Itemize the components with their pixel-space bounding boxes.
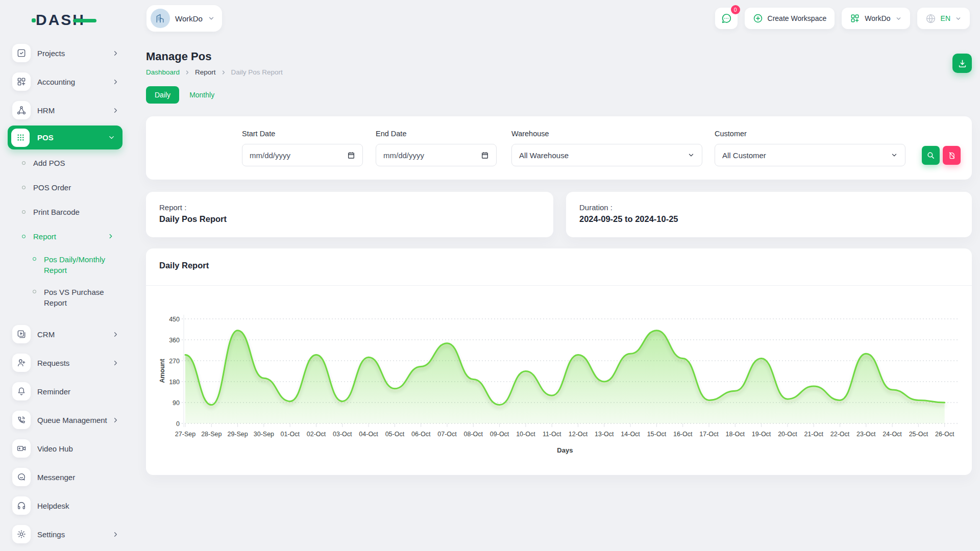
app-logo[interactable]: DASH xyxy=(36,11,102,30)
page-title: Manage Pos xyxy=(146,50,211,63)
chevron-down-icon xyxy=(108,134,115,141)
duration-value: 2024-09-25 to 2024-10-25 xyxy=(579,214,678,224)
chevron-right-icon xyxy=(220,69,227,76)
sidebar-item-pos[interactable]: POS xyxy=(8,126,122,149)
phone-call-icon xyxy=(12,411,31,429)
svg-text:270: 270 xyxy=(169,358,180,365)
sidebar-item-helpdesk[interactable]: Helpdesk xyxy=(0,491,133,520)
sidebar-item-print-barcode[interactable]: Print Barcode xyxy=(0,199,133,224)
reset-filter-button[interactable] xyxy=(943,146,961,165)
customer-select[interactable]: All Customer xyxy=(715,144,905,166)
sidebar-item-requests[interactable]: Requests xyxy=(0,348,133,377)
start-date-placeholder: mm/dd/yyyy xyxy=(250,151,290,160)
circle-icon xyxy=(33,290,36,293)
svg-text:12-Oct: 12-Oct xyxy=(569,431,588,438)
messages-button[interactable]: 0 xyxy=(715,8,738,29)
sidebar: Projects Accounting HRM POS Add POS POS … xyxy=(0,37,133,551)
start-date-input[interactable]: mm/dd/yyyy xyxy=(242,144,363,166)
breadcrumb-report[interactable]: Report xyxy=(195,68,216,76)
sidebar-item-accounting[interactable]: Accounting xyxy=(0,67,133,96)
bell-icon xyxy=(12,382,31,400)
breadcrumb-current: Daily Pos Report xyxy=(231,68,283,76)
chevron-down-icon xyxy=(955,15,962,22)
chevron-right-icon xyxy=(112,416,119,424)
file-off-icon xyxy=(948,152,956,160)
end-date-placeholder: mm/dd/yyyy xyxy=(383,151,424,160)
gear-icon xyxy=(12,525,31,543)
logo-accent-dot xyxy=(32,18,36,22)
circle-icon xyxy=(22,210,26,214)
svg-text:180: 180 xyxy=(169,379,180,386)
search-button[interactable] xyxy=(922,146,940,165)
sidebar-item-pos-daily-monthly-report[interactable]: Pos Daily/Monthly Report xyxy=(0,248,133,281)
user-plus-icon xyxy=(12,354,31,372)
breadcrumb-dashboard[interactable]: Dashboard xyxy=(146,68,180,76)
end-date-label: End Date xyxy=(376,130,406,138)
sidebar-item-pos-vs-purchase-report[interactable]: Pos VS Purchase Report xyxy=(0,281,133,314)
language-selector[interactable]: EN xyxy=(917,8,970,29)
circle-icon xyxy=(22,186,26,189)
svg-text:30-Sep: 30-Sep xyxy=(254,431,274,438)
svg-text:14-Oct: 14-Oct xyxy=(621,431,640,438)
svg-text:09-Oct: 09-Oct xyxy=(490,431,509,438)
svg-text:27-Sep: 27-Sep xyxy=(175,431,195,438)
language-label: EN xyxy=(941,14,950,22)
sidebar-item-report[interactable]: Report xyxy=(0,224,133,248)
svg-text:0: 0 xyxy=(176,420,180,428)
svg-text:24-Oct: 24-Oct xyxy=(883,431,902,438)
start-date-label: Start Date xyxy=(242,130,275,138)
headphones-icon xyxy=(12,496,31,515)
svg-text:06-Oct: 06-Oct xyxy=(411,431,431,438)
warehouse-label: Warehouse xyxy=(511,130,549,138)
chevron-right-icon xyxy=(112,49,119,57)
duration-summary-card: Duration : 2024-09-25 to 2024-10-25 xyxy=(566,192,972,237)
sidebar-item-add-pos[interactable]: Add POS xyxy=(0,151,133,175)
sidebar-item-crm[interactable]: CRM xyxy=(0,320,133,348)
sidebar-item-hrm[interactable]: HRM xyxy=(0,96,133,124)
circle-icon xyxy=(33,257,36,261)
svg-text:15-Oct: 15-Oct xyxy=(647,431,667,438)
checkbox-icon xyxy=(12,44,31,62)
grid-plus-icon xyxy=(850,13,860,23)
sidebar-item-projects[interactable]: Projects xyxy=(0,39,133,67)
sidebar-item-pos-order[interactable]: POS Order xyxy=(0,175,133,199)
svg-text:08-Oct: 08-Oct xyxy=(464,431,483,438)
svg-text:17-Oct: 17-Oct xyxy=(699,431,719,438)
chat-bubble-icon xyxy=(721,13,732,24)
building-icon xyxy=(155,13,165,23)
svg-text:Amount: Amount xyxy=(159,359,166,383)
chevron-down-icon xyxy=(688,152,695,159)
download-button[interactable] xyxy=(952,54,972,73)
sidebar-item-settings[interactable]: Settings xyxy=(0,520,133,548)
chevron-right-icon xyxy=(107,233,114,240)
svg-text:10-Oct: 10-Oct xyxy=(516,431,535,438)
sidebar-item-messenger[interactable]: Messenger xyxy=(0,463,133,491)
workspace-menu-label: WorkDo xyxy=(865,14,890,22)
workspace-menu-button[interactable]: WorkDo xyxy=(842,8,910,29)
tab-monthly[interactable]: Monthly xyxy=(189,91,214,99)
svg-text:04-Oct: 04-Oct xyxy=(359,431,378,438)
warehouse-select[interactable]: All Warehouse xyxy=(511,144,702,166)
circle-icon xyxy=(22,235,26,238)
filter-card: Start Date mm/dd/yyyy End Date mm/dd/yyy… xyxy=(146,116,972,180)
chevron-down-icon xyxy=(208,15,215,22)
logo-accent-bar xyxy=(73,19,96,22)
plus-circle-icon xyxy=(753,13,763,23)
sidebar-item-reminder[interactable]: Reminder xyxy=(0,377,133,406)
svg-text:19-Oct: 19-Oct xyxy=(752,431,771,438)
svg-text:02-Oct: 02-Oct xyxy=(307,431,326,438)
download-icon xyxy=(958,59,967,68)
workspace-name: WorkDo xyxy=(175,14,203,23)
sidebar-item-video-hub[interactable]: Video Hub xyxy=(0,434,133,463)
tab-daily[interactable]: Daily xyxy=(146,86,179,104)
calendar-icon xyxy=(481,151,489,159)
create-workspace-button[interactable]: Create Workspace xyxy=(745,8,835,29)
end-date-input[interactable]: mm/dd/yyyy xyxy=(376,144,497,166)
sidebar-item-queue-management[interactable]: Queue Management xyxy=(0,406,133,434)
workspace-selector[interactable]: WorkDo xyxy=(146,5,222,32)
svg-text:23-Oct: 23-Oct xyxy=(856,431,876,438)
globe-icon xyxy=(925,13,936,24)
chevron-right-icon xyxy=(112,331,119,338)
search-icon xyxy=(926,151,935,160)
duration-label: Duration : xyxy=(579,203,612,212)
